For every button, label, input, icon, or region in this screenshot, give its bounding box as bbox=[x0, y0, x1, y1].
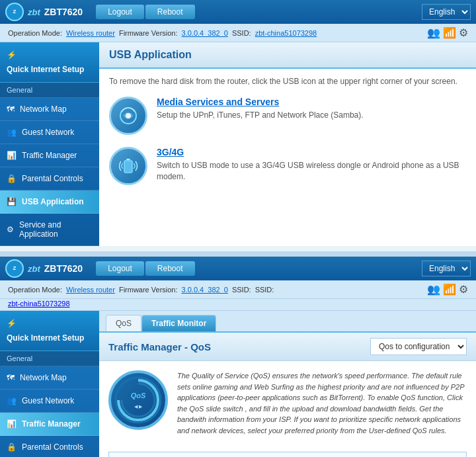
info-icons-2: 👥 📶 ⚙ bbox=[427, 283, 468, 296]
logo-text-2: zbt bbox=[28, 264, 40, 274]
usb-item-media: Media Services and Servers Setup the UPn… bbox=[109, 97, 466, 135]
traffic-manager-label: Traffic Manager bbox=[22, 151, 77, 160]
guest-network-label-2: Guest Network bbox=[22, 396, 74, 405]
firmware-label: Firmware Version: bbox=[119, 29, 178, 37]
sidebar-item-service-application[interactable]: ⚙ Service and Application bbox=[0, 214, 99, 246]
model-name: ZBT7620 bbox=[44, 7, 83, 17]
ssid-value-2: SSID: bbox=[255, 286, 274, 294]
main-layout-1: ⚡ Quick Internet Setup General 🗺 Network… bbox=[0, 42, 476, 246]
ssid-label: SSID: bbox=[232, 29, 251, 37]
qos-svg: QoS ◀ ▶ bbox=[112, 374, 165, 427]
3g4g-desc: Switch to USB mode to use a 3G/4G USB wi… bbox=[157, 160, 466, 183]
sidebar-item-parental-controls[interactable]: 🔒 Parental Controls bbox=[0, 167, 99, 190]
sidebar-item-guest-network-2[interactable]: 👥 Guest Network bbox=[0, 390, 99, 413]
parental-controls-label: Parental Controls bbox=[22, 174, 83, 183]
firmware-value-2[interactable]: 3.0.0.4_382_0 bbox=[182, 286, 228, 294]
users-icon[interactable]: 👥 bbox=[427, 26, 440, 39]
smart-qos-row: Enable Smart QoS OFF bbox=[108, 452, 467, 457]
guest-network-icon: 👥 bbox=[7, 128, 17, 137]
operation-mode-label-2: Operation Mode: bbox=[8, 286, 62, 294]
firmware-label-2: Firmware Version: bbox=[119, 286, 178, 294]
firmware-value[interactable]: 3.0.0.4_382_0 bbox=[182, 29, 228, 37]
3g4g-title[interactable]: 3G/4G bbox=[157, 147, 466, 157]
usb-application-icon: 💾 bbox=[7, 197, 17, 206]
content-body-1: To remove the hard disk from the router,… bbox=[99, 69, 476, 205]
quick-setup-label-2: Quick Internet Setup bbox=[7, 333, 84, 343]
guest-network-label: Guest Network bbox=[22, 128, 74, 137]
sidebar-general-header-2: General bbox=[0, 351, 99, 366]
svg-text:QoS: QoS bbox=[131, 392, 146, 399]
tab-qos[interactable]: QoS bbox=[106, 315, 141, 331]
model-name-2: ZBT7620 bbox=[44, 263, 83, 274]
main-layout-2: ⚡ Quick Internet Setup General 🗺 Network… bbox=[0, 311, 476, 457]
language-select[interactable]: English bbox=[422, 4, 471, 20]
content-title-1: USB Application bbox=[99, 42, 476, 69]
reboot-button-2[interactable]: Reboot bbox=[145, 261, 195, 276]
media-services-title[interactable]: Media Services and Servers bbox=[157, 97, 364, 107]
zbt-logo-icon-2: Z bbox=[5, 259, 24, 278]
parental-controls-icon-2: 🔒 bbox=[7, 442, 17, 452]
info-bar-1: Operation Mode: Wireless router Firmware… bbox=[0, 24, 476, 42]
wifi-icon[interactable]: 📶 bbox=[443, 26, 456, 39]
sidebar-2: ⚡ Quick Internet Setup General 🗺 Network… bbox=[0, 311, 99, 457]
network-map-label: Network Map bbox=[20, 104, 67, 114]
service-application-label: Service and Application bbox=[19, 220, 93, 239]
media-services-svg bbox=[118, 105, 139, 126]
panel-divider bbox=[0, 251, 476, 257]
sidebar-item-network-map[interactable]: 🗺 Network Map bbox=[0, 98, 99, 121]
sidebar-general-header: General bbox=[0, 83, 99, 98]
logout-button-2[interactable]: Logout bbox=[96, 261, 144, 276]
qos-description: The Quality of Service (QoS) ensures the… bbox=[177, 370, 467, 436]
svg-rect-2 bbox=[124, 161, 132, 173]
sidebar-item-quick-internet-setup-2[interactable]: ⚡ Quick Internet Setup bbox=[0, 311, 99, 351]
traffic-manager-label-2: Traffic Manager bbox=[22, 419, 81, 429]
service-application-icon: ⚙ bbox=[7, 225, 14, 234]
settings-icon-2[interactable]: ⚙ bbox=[459, 283, 468, 296]
content-tabs: QoS Traffic Monitor bbox=[99, 311, 476, 333]
panel-2: Z zbt ZBT7620 Logout Reboot English Oper… bbox=[0, 257, 476, 457]
info-icons: 👥 📶 ⚙ bbox=[427, 26, 468, 39]
media-services-icon bbox=[109, 97, 147, 135]
settings-icon[interactable]: ⚙ bbox=[459, 26, 468, 39]
header-1: Z zbt ZBT7620 Logout Reboot English bbox=[0, 0, 476, 24]
tm-title-bar: Traffic Manager - QoS Qos to configurati… bbox=[99, 333, 476, 361]
usb-application-label: USB Application bbox=[22, 197, 84, 206]
logout-button[interactable]: Logout bbox=[96, 5, 144, 19]
ssid-value[interactable]: zbt-china51073298 bbox=[255, 29, 317, 37]
quick-setup-icon-2: ⚡ bbox=[7, 319, 17, 328]
usb-item-3g4g: 3G/4G Switch to USB mode to use a 3G/4G … bbox=[109, 147, 466, 185]
reboot-button[interactable]: Reboot bbox=[145, 5, 195, 19]
sidebar-item-parental-controls-2[interactable]: 🔒 Parental Controls bbox=[0, 436, 99, 457]
usb-item-media-text: Media Services and Servers Setup the UPn… bbox=[157, 97, 364, 121]
logo-area-2: Z zbt ZBT7620 bbox=[5, 259, 83, 278]
logo-text: zbt bbox=[28, 7, 40, 17]
network-map-label-2: Network Map bbox=[20, 373, 67, 382]
sidebar-1: ⚡ Quick Internet Setup General 🗺 Network… bbox=[0, 42, 99, 246]
3g4g-svg bbox=[118, 155, 139, 177]
sidebar-item-network-map-2[interactable]: 🗺 Network Map bbox=[0, 366, 99, 390]
language-select-2[interactable]: English bbox=[422, 261, 471, 276]
wifi-icon-2[interactable]: 📶 bbox=[443, 283, 456, 296]
content-description: To remove the hard disk from the router,… bbox=[109, 77, 466, 86]
sidebar-item-traffic-manager-2[interactable]: 📊 Traffic Manager bbox=[0, 413, 99, 436]
sidebar-item-quick-internet-setup[interactable]: ⚡ Quick Internet Setup bbox=[0, 42, 99, 83]
parental-controls-label-2: Parental Controls bbox=[22, 442, 83, 452]
usb-item-3g4g-text: 3G/4G Switch to USB mode to use a 3G/4G … bbox=[157, 147, 466, 183]
sidebar-item-traffic-manager[interactable]: 📊 Traffic Manager bbox=[0, 144, 99, 167]
operation-mode-label: Operation Mode: bbox=[8, 29, 62, 37]
qos-config-select[interactable]: Qos to configuration bbox=[370, 338, 467, 355]
users-icon-2[interactable]: 👥 bbox=[427, 283, 440, 296]
ssid-label-2: SSID: bbox=[232, 286, 251, 294]
tab-traffic-monitor[interactable]: Traffic Monitor bbox=[141, 315, 216, 331]
ssid-value-link-2[interactable]: zbt-china51073298 bbox=[8, 300, 70, 308]
sidebar-item-usb-application[interactable]: 💾 USB Application bbox=[0, 190, 99, 214]
media-services-desc: Setup the UPnP, iTunes, FTP and Network … bbox=[157, 110, 364, 121]
operation-mode-value-2[interactable]: Wireless router bbox=[66, 286, 115, 294]
operation-mode-value[interactable]: Wireless router bbox=[66, 29, 115, 37]
info-bar-2: Operation Mode: Wireless router Firmware… bbox=[0, 280, 476, 299]
sidebar-item-guest-network[interactable]: 👥 Guest Network bbox=[0, 121, 99, 144]
svg-point-1 bbox=[126, 113, 131, 118]
svg-text:◀ ▶: ◀ ▶ bbox=[134, 404, 143, 409]
zbt-logo-icon: Z bbox=[5, 3, 24, 21]
3g4g-icon bbox=[109, 147, 147, 185]
